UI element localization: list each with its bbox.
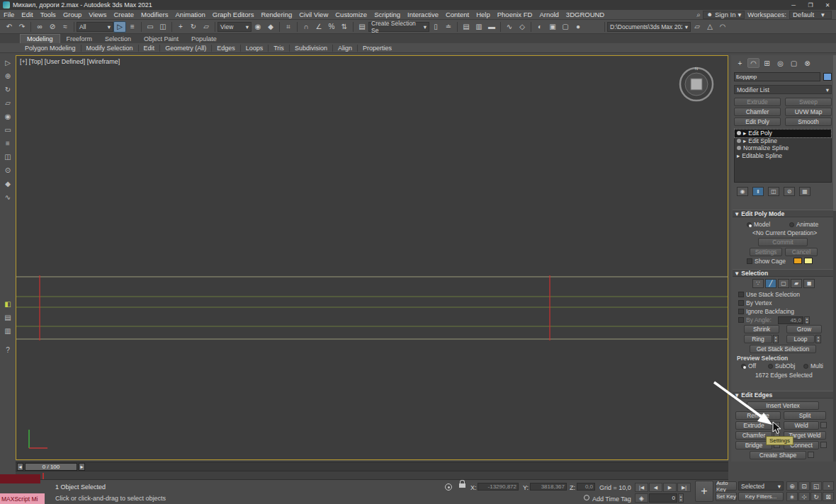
stack-item-normalize-spline[interactable]: Normalize Spline: [735, 144, 831, 152]
tab-object-paint[interactable]: Object Paint: [137, 35, 185, 43]
pan-icon[interactable]: ∗: [786, 492, 798, 501]
left-toolbar-button-10[interactable]: ◆: [2, 178, 13, 189]
window-crossing-toggle[interactable]: ◫: [157, 21, 169, 33]
rectangular-selection-region-button[interactable]: ▭: [144, 21, 157, 33]
menu-group[interactable]: Group: [60, 11, 85, 18]
menu-file[interactable]: File: [0, 11, 18, 18]
connect-settings-button[interactable]: [820, 442, 827, 448]
redo-button[interactable]: ↷: [16, 21, 28, 33]
next-frame-button[interactable]: ▸: [79, 463, 85, 471]
render-setup-button[interactable]: ▣: [546, 21, 559, 33]
material-editor-button[interactable]: ◐: [533, 21, 546, 33]
panel-modify-selection[interactable]: Modify Selection: [81, 45, 138, 52]
set-keys-button[interactable]: +: [695, 481, 713, 502]
split-button[interactable]: Split: [784, 411, 826, 420]
create-shape-settings-button[interactable]: [808, 452, 814, 458]
angle-snap-toggle[interactable]: ∠: [312, 21, 325, 33]
by-angle-spinner[interactable]: ▴▾: [804, 316, 810, 324]
preset-edit-poly-button[interactable]: Edit Poly: [734, 118, 781, 126]
left-toolbar-button-3[interactable]: ↻: [2, 84, 13, 95]
zoom-extents-icon[interactable]: ⊡: [798, 481, 810, 491]
rollout-selection[interactable]: ▾ Selection: [733, 269, 833, 277]
unlink-selection-button[interactable]: ⊘: [46, 21, 59, 33]
by-angle-checkbox[interactable]: By Angle:: [738, 316, 772, 323]
keyboard-shortcut-override-toggle[interactable]: ⌗: [282, 21, 295, 33]
menu-animation[interactable]: Animation: [172, 11, 209, 18]
panel-geometry-all[interactable]: Geometry (All): [160, 45, 211, 52]
mirror-button[interactable]: ▯: [429, 21, 442, 33]
menu-scripting[interactable]: Scripting: [371, 11, 404, 18]
go-to-end-button[interactable]: ▶|: [677, 483, 691, 492]
menu-civil-view[interactable]: Civil View: [295, 11, 332, 18]
tab-selection[interactable]: Selection: [98, 35, 137, 43]
preset-uvw-map-button[interactable]: UVW Map: [785, 108, 832, 116]
model-radio[interactable]: Model: [747, 221, 770, 228]
viewport-top[interactable]: [+] [Top] [User Defined] [Wireframe] N: [16, 55, 728, 460]
show-end-result-button[interactable]: ‖: [752, 187, 764, 196]
orbit-icon[interactable]: ↻: [810, 492, 822, 501]
left-toolbar-button-4[interactable]: ▱: [2, 98, 13, 108]
time-slider-handle[interactable]: 0 / 100: [25, 463, 77, 471]
insert-vertex-button[interactable]: Insert Vertex: [747, 401, 819, 410]
select-and-scale-button[interactable]: ▱: [200, 21, 213, 33]
modify-tab-icon[interactable]: ◠: [747, 58, 759, 68]
stack-item-editable-spline[interactable]: ▸ Editable Spline: [735, 152, 831, 160]
stack-item-edit-poly[interactable]: ▸ Edit Poly: [735, 130, 831, 137]
ring-button[interactable]: Ring: [744, 335, 772, 343]
schematic-view-button[interactable]: ◇: [516, 21, 529, 33]
hierarchy-tab-icon[interactable]: ⊞: [761, 58, 773, 68]
menu-tools[interactable]: Tools: [37, 11, 60, 18]
motion-tab-icon[interactable]: ◎: [774, 58, 786, 68]
expand-arrow-icon[interactable]: ▸: [743, 130, 746, 137]
panel-polygon-modeling[interactable]: Polygon Modeling: [20, 45, 81, 52]
visibility-eye-icon[interactable]: [737, 131, 741, 135]
rollout-edit-poly-mode[interactable]: ▾ Edit Poly Mode: [733, 210, 833, 217]
undo-button[interactable]: ↶: [3, 21, 16, 33]
key-filters-button[interactable]: Key Filters...: [738, 492, 784, 501]
walk-through-icon[interactable]: ⊹: [798, 492, 810, 501]
modifier-list-dropdown[interactable]: Modifier List ▾: [734, 85, 832, 94]
panel-subdivision[interactable]: Subdivision: [290, 45, 332, 52]
frame-marker[interactable]: [43, 473, 44, 479]
menu-graph-editors[interactable]: Graph Editors: [209, 11, 258, 18]
tab-modeling[interactable]: Modeling: [20, 34, 60, 43]
help-button[interactable]: ?: [2, 345, 13, 355]
percent-snap-toggle[interactable]: %: [325, 21, 338, 33]
by-vertex-checkbox[interactable]: By Vertex: [738, 299, 772, 307]
edit-named-selection-sets-button[interactable]: ▤: [356, 21, 368, 33]
time-slider-track[interactable]: ◂ 0 / 100 ▸: [16, 462, 728, 471]
tab-freeform[interactable]: Freeform: [60, 35, 99, 43]
close-button[interactable]: ✕: [819, 2, 836, 8]
toggle-layer-explorer-button[interactable]: ▥: [473, 21, 485, 33]
zoom-icon[interactable]: ⊕: [786, 481, 798, 491]
spinner-snap-toggle[interactable]: ⇅: [338, 21, 351, 33]
display-tab-icon[interactable]: ▢: [788, 58, 800, 68]
maximize-button[interactable]: ❐: [802, 2, 819, 8]
make-unique-button[interactable]: ◫: [768, 187, 779, 196]
cage-color-swatch[interactable]: [793, 258, 802, 264]
command-panel-scrollbar[interactable]: [833, 55, 836, 462]
cloud-button[interactable]: ◠: [716, 21, 729, 33]
pin-stack-button[interactable]: ◉: [737, 187, 748, 196]
cage-selected-color-swatch[interactable]: [804, 258, 813, 264]
polygon-mode-icon[interactable]: ▰: [791, 279, 802, 288]
left-toolbar-button-8[interactable]: ◫: [2, 151, 13, 162]
ring-spinner[interactable]: ▴▾: [773, 335, 779, 343]
left-toolbar-button-5[interactable]: ◉: [2, 111, 13, 122]
workspace-dropdown[interactable]: Default ▾: [789, 11, 832, 19]
ignore-backfacing-checkbox[interactable]: Ignore Backfacing: [738, 308, 794, 315]
render-production-button[interactable]: ●: [572, 21, 584, 33]
left-toolbar-button-2[interactable]: ⊕: [2, 71, 13, 81]
border-mode-icon[interactable]: ▢: [778, 279, 789, 288]
remove-modifier-button[interactable]: ⊘: [784, 187, 795, 196]
preview-subobj-radio[interactable]: SubObj: [768, 362, 795, 370]
left-toolbar-button-11[interactable]: ∿: [2, 192, 13, 202]
loop-button[interactable]: Loop: [786, 335, 815, 343]
left-toolbar-button-12[interactable]: ◧: [2, 299, 13, 309]
element-mode-icon[interactable]: ◼: [803, 279, 815, 288]
menu-content[interactable]: Content: [442, 11, 473, 18]
left-toolbar-button-6[interactable]: ▭: [2, 125, 13, 135]
y-coordinate-field[interactable]: [530, 483, 567, 491]
maxscript-mini-listener[interactable]: MAXScript Mi: [0, 493, 45, 504]
previous-frame-button[interactable]: ◂: [17, 463, 23, 471]
